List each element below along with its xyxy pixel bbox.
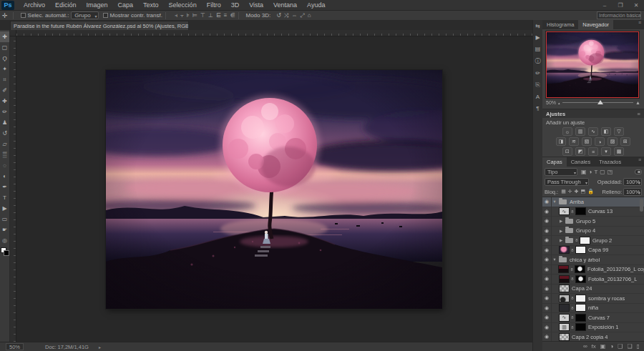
blur-tool[interactable]: ◌ (0, 160, 9, 171)
visibility-eye-icon[interactable]: ◉ (542, 246, 552, 255)
shape-tool[interactable]: ▭ (0, 214, 9, 224)
zoom-tool[interactable]: ◎ (0, 235, 9, 246)
layer-row[interactable]: ◉8Fotolia_20132706_L (542, 275, 644, 285)
adjustment-thumbnail[interactable]: ∿ (559, 314, 570, 322)
layer-thumbnail[interactable] (559, 304, 570, 312)
workspace-selector[interactable]: Información básica (597, 11, 641, 19)
type-tool[interactable]: T (0, 192, 9, 203)
layers-scrollbar[interactable] (640, 199, 643, 212)
navigator-slider-thumb[interactable] (597, 100, 603, 104)
gradient-tool[interactable]: ▒ (0, 149, 9, 160)
collapse-triangle-icon[interactable]: ▶ (558, 238, 564, 242)
layer-row[interactable]: ◉∿8Curvas 7 (542, 313, 644, 323)
lock-icon[interactable]: ✛ (568, 189, 572, 194)
levels-icon[interactable]: ▥ (575, 127, 585, 136)
align-icon[interactable]: ⫞ (175, 12, 177, 19)
gradient-map-icon[interactable]: ▾ (601, 147, 611, 156)
layer-mask-thumbnail[interactable] (575, 323, 586, 331)
info-icon[interactable]: ⓘ (535, 57, 541, 65)
navigator-preview[interactable] (546, 31, 639, 98)
layer-mask-thumbnail[interactable] (575, 275, 586, 283)
show-transform-checkbox[interactable] (103, 13, 108, 18)
visibility-eye-icon[interactable]: ◉ (542, 332, 552, 341)
layer-row[interactable]: ◉8Capa 99 (542, 246, 644, 256)
panel-menu-icon[interactable]: ≡ (638, 111, 640, 117)
layer-style-button[interactable]: fx (592, 343, 596, 350)
path-selection-tool[interactable]: ▶ (0, 203, 9, 214)
healing-brush-tool[interactable]: ✚ (0, 96, 9, 107)
navigator-zoom-value[interactable]: 50% (546, 100, 556, 105)
fill-field[interactable]: 100% (623, 188, 642, 196)
vibrance-icon[interactable]: ▽ (614, 127, 624, 136)
layer-name[interactable]: niña (588, 305, 598, 311)
menu-ayuda[interactable]: Ayuda (302, 1, 330, 9)
hand-tool[interactable]: ☛ (0, 224, 9, 235)
expand-triangle-icon[interactable]: ▼ (552, 199, 557, 204)
align-icon[interactable]: ⊨ (192, 12, 197, 19)
layer-row[interactable]: ◉▼Arriba (542, 197, 644, 207)
layer-row[interactable]: ◉▶Grupo 4 (542, 227, 644, 237)
filter-type-icon[interactable]: ◑ (589, 169, 592, 175)
adjustment-thumbnail[interactable]: ▥ (559, 323, 570, 331)
lock-icon[interactable]: ▦ (561, 189, 566, 194)
menu-texto[interactable]: Texto (138, 1, 164, 9)
collapse-triangle-icon[interactable]: ▶ (558, 219, 564, 223)
visibility-eye-icon[interactable]: ◉ (542, 227, 552, 236)
threshold-icon[interactable]: ≡ (588, 147, 598, 156)
quick-selection-tool[interactable]: ✦ (0, 64, 9, 74)
zoom-in-icon[interactable]: ▲ (635, 100, 640, 105)
layer-name[interactable]: Grupo 5 (576, 218, 595, 224)
filter-type-icon[interactable]: T (594, 169, 597, 175)
visibility-eye-icon[interactable]: ◉ (542, 294, 552, 303)
layer-name[interactable]: Grupo 4 (576, 227, 595, 234)
history-brush-tool[interactable]: ↺ (0, 128, 9, 139)
opacity-field[interactable]: 100% (623, 178, 642, 186)
filter-type-icon[interactable]: ◳ (608, 169, 613, 175)
menu-imagen[interactable]: Imagen (82, 1, 113, 9)
align-icon[interactable]: ⋿ (216, 12, 221, 19)
layer-mask-thumbnail[interactable] (575, 314, 586, 322)
minimize-button[interactable]: – (597, 0, 613, 10)
layer-thumbnail[interactable] (559, 246, 570, 254)
layer-mask-thumbnail[interactable] (575, 295, 586, 302)
layer-mask-thumbnail[interactable] (575, 246, 586, 254)
lock-icon[interactable]: ⬒ (581, 189, 586, 194)
mode3d-icon[interactable]: ↺ (276, 12, 281, 19)
black-white-icon[interactable]: ▧ (582, 137, 592, 146)
align-icon[interactable]: ⊧ (187, 12, 190, 19)
menu-edición[interactable]: Edición (50, 1, 82, 9)
document-canvas[interactable] (106, 70, 442, 309)
new-layer-button[interactable]: ❏ (627, 343, 632, 350)
layer-mask-thumbnail[interactable] (575, 304, 586, 312)
close-button[interactable]: ✕ (628, 0, 644, 10)
tab-trazados[interactable]: Trazados (595, 157, 625, 167)
align-icon[interactable]: ⊤ (200, 12, 205, 19)
brush-tool[interactable]: ✏ (0, 107, 9, 117)
visibility-eye-icon[interactable]: ◉ (542, 255, 552, 265)
visibility-eye-icon[interactable]: ◉ (542, 323, 552, 332)
hue-saturation-icon[interactable]: ◨ (556, 137, 566, 146)
layer-name[interactable]: Grupo 2 (592, 237, 612, 244)
status-zoom-field[interactable]: 50% (6, 343, 24, 350)
layer-thumbnail[interactable] (559, 275, 570, 283)
lock-icon[interactable]: ✚ (575, 189, 579, 194)
mode3d-icon[interactable]: ⇔ (291, 12, 297, 19)
visibility-eye-icon[interactable]: ◉ (542, 197, 552, 207)
layer-mask-thumbnail[interactable] (575, 207, 586, 215)
mode3d-icon[interactable]: ⤨ (284, 12, 288, 19)
visibility-eye-icon[interactable]: ◉ (542, 304, 552, 313)
menu-capa[interactable]: Capa (113, 1, 139, 9)
expand-triangle-icon[interactable]: ▼ (552, 257, 557, 262)
photo-filter-icon[interactable]: ◑ (595, 137, 605, 146)
layer-row[interactable]: ◉▶8Grupo 2 (542, 236, 644, 246)
visibility-eye-icon[interactable]: ◉ (542, 313, 552, 322)
pen-tool[interactable]: ✒ (0, 182, 9, 192)
clone-source-icon[interactable]: ⎘ (535, 81, 540, 89)
layer-row[interactable]: ◉∿8Curvas 13 (542, 207, 644, 217)
tab-navegador[interactable]: Navegador (578, 20, 613, 29)
navigator-zoom-slider[interactable] (562, 102, 634, 103)
align-icon[interactable]: ≡ (224, 12, 228, 19)
blend-mode-dropdown[interactable]: Pass Through (545, 178, 589, 186)
layer-name[interactable]: Exposición 1 (588, 324, 619, 330)
layer-mask-thumbnail[interactable] (580, 237, 590, 244)
